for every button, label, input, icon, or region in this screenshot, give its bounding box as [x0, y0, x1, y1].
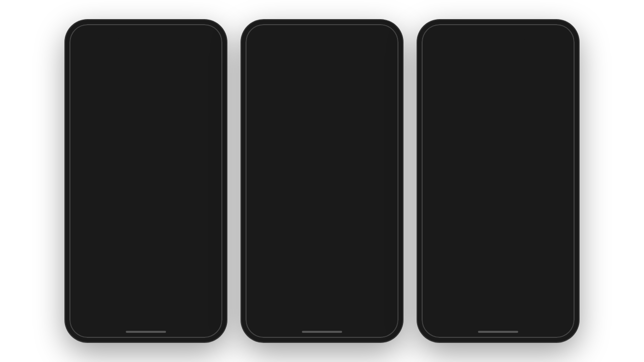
- pause-button[interactable]: ⏸: [484, 253, 512, 281]
- playing-from-info: PLAYING FROM PLAYLIST Christmas Classics: [465, 46, 532, 58]
- browse-label-2: Browse: [285, 327, 300, 332]
- now-playing-track-name: The Happiest Christmas Tree: [432, 219, 543, 228]
- more-options-button[interactable]: ···: [383, 48, 390, 59]
- rapcaviar-followers: 8,274,144 FOLLOWERS: [138, 250, 195, 255]
- station-title: Blues: [254, 133, 390, 146]
- nav-home-1[interactable]: ⌂ Home: [71, 308, 101, 338]
- add-to-library-button[interactable]: +: [548, 222, 554, 234]
- home-label: Home: [80, 326, 93, 331]
- bottom-nav-2: ⌂ Home ⊞ Browse ⌕ Search ◉ Radio ⊟ You: [246, 308, 398, 338]
- next-button[interactable]: ⏭: [528, 259, 542, 276]
- album-subtitle-art: THE CHRISTMAS SONG: [422, 84, 575, 90]
- nav-radio-1[interactable]: ◉ Radio: [161, 308, 191, 338]
- album-art: Nat King Cole THE CHRISTMAS SONG ❄ ❄: [422, 60, 575, 213]
- rapcaviar-title: RapCaviar: [138, 244, 195, 250]
- radio-header: ‹ ···: [254, 42, 390, 67]
- home-icon-2: ⌂: [260, 315, 265, 325]
- nav-library-2[interactable]: ⊟ Your Library: [367, 308, 396, 338]
- nav-home-2[interactable]: ⌂ Home: [248, 308, 277, 338]
- spotify-logo-1: ●: [80, 188, 88, 195]
- track-text-info: The Happiest Christmas Tree Nat King Col…: [432, 219, 543, 237]
- heritage-title: Native American Heritage Month: [77, 63, 214, 71]
- track-item-2[interactable]: The Thrill Is Gone B.B. King, Tracy Chap…: [254, 283, 390, 306]
- status-icons-2: ▪▪▪ ▲ ▮: [371, 33, 388, 38]
- follow-button[interactable]: FOLLOW: [296, 159, 348, 172]
- track-info-section: The Happiest Christmas Tree Nat King Col…: [422, 213, 575, 240]
- track-options-button[interactable]: ···: [558, 224, 565, 232]
- radio-label: Radio: [170, 327, 182, 332]
- bottom-nav-1: ⌂ Home ⊞ Browse ⌕ Search ◉ Radio ⊟ You: [69, 308, 222, 338]
- album-card-dreamcatcher[interactable]: Dreamcatcher Dreamcatcher 72,868 FOLLOWE…: [77, 96, 134, 166]
- menu-icon[interactable]: ≡: [560, 46, 565, 55]
- library-label-2: Your Library: [369, 327, 393, 332]
- browse-icon-2: ⊞: [288, 315, 296, 326]
- browse-label: Browse: [109, 327, 124, 332]
- progress-dot: [433, 238, 438, 243]
- progress-fill: [432, 240, 436, 241]
- track-more-1[interactable]: ···: [384, 264, 390, 272]
- playback-controls: ⇄ ⏮ ⏸ ⏭ ↻: [422, 249, 575, 285]
- devices-available-text[interactable]: 📱 Devices Available: [475, 291, 522, 296]
- play-radio-button[interactable]: PLAY RADIO: [254, 178, 390, 200]
- rapcaviar-badge: R: [185, 188, 192, 195]
- nav-search-2[interactable]: ⌕ Search: [307, 308, 337, 338]
- library-icon-2: ⊟: [378, 315, 385, 326]
- track-name-1: Riding With The King: [254, 264, 367, 272]
- station-artists-text: John Lee Hooker, Eric Clapton, Johnny Wi…: [254, 221, 390, 239]
- nav-browse-2[interactable]: ⊞ Browse: [277, 308, 307, 338]
- dreamcatcher-cover-art: Dreamcatcher: [77, 96, 134, 153]
- nav-library-1[interactable]: ⊟ Your Library: [191, 308, 220, 338]
- main-container: 5:12 ▪▪▪ ▲ ▮ Home Native American Herita…: [0, 0, 644, 362]
- wifi-icon: ▲: [202, 33, 207, 38]
- dreamcatcher-cover-label: Dreamcatcher: [77, 143, 134, 149]
- time-remaining: -1:42: [553, 243, 565, 249]
- partial-card: [199, 96, 214, 166]
- previous-button[interactable]: ⏮: [455, 259, 469, 276]
- chevron-down-icon[interactable]: ∨: [432, 46, 438, 56]
- battery-icon-3: ▮: [561, 33, 565, 38]
- women-folk-followers: 101,279 FOLLOWERS: [138, 161, 195, 166]
- in-station-title: In This Station: [254, 208, 390, 216]
- library-label: Your Library: [193, 327, 217, 332]
- album-card-rapcaviar[interactable]: R RapCaviar RapCaviar 8,274,144 FOLLOWER…: [138, 185, 195, 255]
- album-row-1: Dreamcatcher Dreamcatcher 72,868 FOLLOWE…: [77, 96, 214, 166]
- back-button[interactable]: ‹: [254, 44, 257, 63]
- heritage-subtitle: Celebrate with a collection of music and…: [77, 73, 214, 89]
- wifi-icon-3: ▲: [554, 33, 559, 38]
- rapcaviar-cover-label: RapCaviar: [144, 208, 189, 219]
- heritage-section: Native American Heritage Month Celebrate…: [77, 63, 214, 89]
- progress-section: 0:03 -1:42: [422, 240, 575, 249]
- devices-label: Devices Available: [482, 291, 521, 296]
- radio-icon-2: ◉: [348, 315, 356, 326]
- status-time-2: 5:12: [256, 32, 269, 39]
- search-label: Search: [139, 326, 153, 331]
- album-card-new-music[interactable]: ● New MusicFRIDAY New Music Friday 2,364…: [77, 185, 134, 255]
- status-bar-3: ▪▪▪ ▲ ▮: [422, 24, 575, 42]
- track-item-1[interactable]: Riding With The King Eric Clapton, B.B. …: [254, 260, 390, 283]
- track-name-2: The Thrill Is Gone: [254, 287, 355, 295]
- phone-screen-3: ▪▪▪ ▲ ▮ ∨ PLAYING FROM PLAYLIST Christma…: [422, 24, 575, 338]
- nav-browse-1[interactable]: ⊞ Browse: [101, 308, 131, 338]
- shuffle-button[interactable]: ⇄: [432, 261, 439, 273]
- progress-bar[interactable]: [432, 240, 565, 241]
- collage-img-1: ♪: [292, 67, 321, 97]
- signal-icon-2: ▪▪▪: [371, 33, 376, 38]
- nav-search-1[interactable]: ⌕ Search: [131, 308, 160, 338]
- home-title: Home: [77, 42, 214, 63]
- nav-radio-2[interactable]: ◉ Radio: [337, 308, 367, 338]
- battery-icon: ▮: [209, 33, 212, 38]
- now-playing-content: ∨ PLAYING FROM PLAYLIST Christmas Classi…: [422, 42, 575, 338]
- artist-name-art: Nat King Cole: [422, 70, 575, 82]
- status-bar-2: 5:12 ▪▪▪ ▲ ▮: [246, 24, 398, 42]
- includes-title: Includes: [254, 246, 390, 255]
- snowflake-2: ❄: [437, 174, 443, 183]
- repeat-button[interactable]: ↻: [557, 261, 565, 273]
- nat-king-name-art: Nat King Cole THE CHRISTMAS SONG: [422, 70, 575, 90]
- wifi-icon-2: ▲: [378, 33, 383, 38]
- track-info-2: The Thrill Is Gone B.B. King, Tracy Chap…: [254, 287, 355, 302]
- search-label-2: Search: [315, 326, 330, 331]
- album-card-women-folk[interactable]: WYMEN OFFOLK Women of Folk 101,279 FOLLO…: [138, 96, 195, 166]
- track-actions: + ···: [548, 222, 565, 234]
- status-time-1: 5:12: [79, 32, 93, 39]
- track-more-2[interactable]: ···: [384, 287, 390, 295]
